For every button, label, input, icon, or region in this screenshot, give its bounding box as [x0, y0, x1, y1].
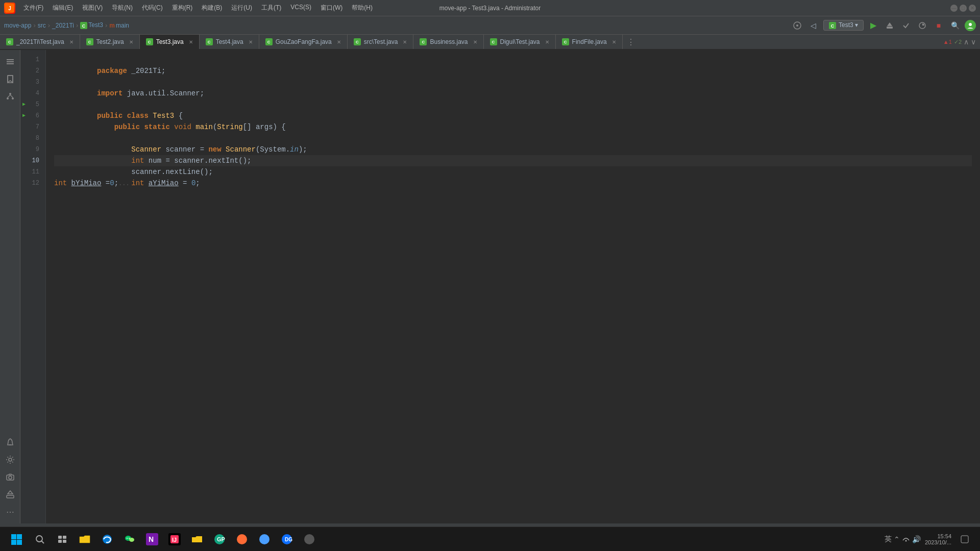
window-title: move-app - Test3.java - Administrator	[439, 5, 541, 12]
code-container: 1 2 3 4 ▶5 ▶6 7 8 9 10 11 12 package _20…	[20, 50, 980, 523]
clock-time: 15:54	[925, 533, 951, 539]
sidebar-notifications-icon[interactable]	[3, 435, 18, 450]
taskbar-left: N IJ GP DG	[6, 529, 318, 549]
navigate-down[interactable]: ∨	[971, 38, 976, 46]
back-button[interactable]: ◁	[807, 19, 820, 32]
breadcrumb-package[interactable]: _2021Ti	[52, 22, 74, 29]
tab-test2[interactable]: C Test2.java ✕	[80, 35, 140, 49]
breadcrumb-src[interactable]: src	[38, 22, 46, 29]
close-tab-6[interactable]: ✕	[473, 39, 477, 45]
menu-refactor[interactable]: 重构(R)	[168, 3, 197, 13]
close-tab-8[interactable]: ✕	[612, 39, 616, 45]
line-num-11: 11	[20, 166, 45, 178]
tab-test-java[interactable]: C _2021Ti\Test.java ✕	[0, 35, 80, 49]
build-button[interactable]	[883, 19, 896, 32]
clock-area[interactable]: 15:54 2023/10/...	[925, 533, 951, 545]
sidebar-settings-icon[interactable]	[3, 452, 18, 467]
tab-findfile[interactable]: C FindFile.java ✕	[556, 35, 623, 49]
menu-code[interactable]: 代码(C)	[138, 3, 167, 13]
taskbar-taskview[interactable]	[53, 530, 71, 548]
svg-rect-33	[11, 534, 16, 539]
taskbar-app4[interactable]	[300, 530, 318, 548]
tab-overflow[interactable]: ⋮	[623, 37, 639, 47]
close-tab-7[interactable]: ✕	[545, 39, 549, 45]
line-num-8: 8	[20, 133, 45, 144]
taskbar-search[interactable]	[31, 530, 49, 548]
taskbar-app3[interactable]: DG	[278, 530, 296, 548]
taskbar-onenote[interactable]: N	[143, 530, 161, 548]
svg-point-18	[7, 97, 9, 99]
close-tab-4[interactable]: ✕	[337, 39, 341, 45]
run-arrow-6: ▶	[22, 110, 26, 121]
tab-bar: C _2021Ti\Test.java ✕ C Test2.java ✕ C T…	[0, 35, 980, 50]
line-num-10: 10	[20, 155, 45, 166]
clock-date: 2023/10/...	[925, 539, 951, 545]
svg-text:DG: DG	[285, 537, 292, 542]
tab-business[interactable]: C Business.java ✕	[413, 35, 483, 49]
close-tab-1[interactable]: ✕	[129, 39, 133, 45]
svg-point-47	[129, 538, 130, 539]
close-tab-5[interactable]: ✕	[403, 39, 407, 45]
coverage-button[interactable]	[899, 19, 913, 32]
notification-center[interactable]	[955, 530, 974, 548]
taskbar-edge[interactable]	[98, 530, 116, 548]
menu-edit[interactable]: 编辑(E)	[48, 3, 77, 13]
tab-test4[interactable]: C Test4.java ✕	[200, 35, 259, 49]
sidebar-bookmark-icon[interactable]	[3, 71, 18, 87]
close-button[interactable]: ✕	[969, 5, 976, 12]
sidebar-expand-icon[interactable]: ⋯	[3, 504, 18, 519]
git-button[interactable]	[791, 19, 804, 32]
run-button[interactable]: ▶	[867, 19, 880, 32]
menu-window[interactable]: 窗口(W)	[316, 3, 347, 13]
breadcrumb-project[interactable]: move-app	[4, 22, 31, 29]
taskbar-intellij[interactable]: IJ	[165, 530, 184, 548]
code-content[interactable]: package _2021Ti; import java.util.Scanne…	[46, 50, 980, 523]
close-tab-3[interactable]: ✕	[249, 39, 253, 45]
tray-volume[interactable]: 🔊	[912, 535, 921, 543]
tray-up[interactable]: ⌃	[894, 535, 900, 543]
maximize-button[interactable]: □	[960, 5, 967, 12]
taskbar-app1[interactable]	[233, 530, 251, 548]
line-num-1: 1	[20, 54, 45, 65]
tab-src-test[interactable]: C src\Test.java ✕	[348, 35, 414, 49]
menu-tools[interactable]: 工具(T)	[257, 3, 285, 13]
menu-view[interactable]: 视图(V)	[78, 3, 107, 13]
breadcrumb-class[interactable]: CTest3	[80, 21, 103, 29]
menu-file[interactable]: 文件(F)	[19, 3, 47, 13]
start-button[interactable]	[6, 529, 27, 549]
sidebar-structure-icon[interactable]	[3, 89, 18, 104]
tray-keyboard[interactable]: 英	[885, 535, 892, 544]
profile-button[interactable]	[916, 19, 929, 32]
navigate-up[interactable]: ∧	[964, 38, 969, 46]
breadcrumb-method[interactable]: mmain	[109, 22, 129, 29]
sidebar-camera-icon[interactable]	[3, 469, 18, 485]
taskbar-folder[interactable]	[188, 530, 206, 548]
menu-build[interactable]: 构建(B)	[198, 3, 226, 13]
tab-test3[interactable]: C Test3.java ✕	[140, 35, 200, 49]
close-tab-2[interactable]: ✕	[189, 39, 193, 45]
sidebar-project-icon[interactable]	[3, 54, 18, 69]
tab-digui-test[interactable]: C Digui\Test.java ✕	[484, 35, 556, 49]
search-button[interactable]: 🔍	[948, 19, 962, 32]
tray-network[interactable]	[902, 534, 910, 544]
stop-button[interactable]: ■	[932, 19, 945, 32]
user-avatar[interactable]	[965, 20, 976, 31]
menu-help[interactable]: 帮助(H)	[348, 3, 377, 13]
svg-point-23	[9, 458, 12, 461]
sidebar-deploy-icon[interactable]	[3, 487, 18, 502]
close-tab-0[interactable]: ✕	[69, 39, 74, 45]
tab-gouzaofangfa[interactable]: C GouZaoFangFa.java ✕	[259, 35, 348, 49]
run-config-dropdown[interactable]: C Test3 ▾	[823, 20, 864, 31]
menu-run[interactable]: 运行(U)	[227, 3, 256, 13]
code-line-5: public class Test3 {	[54, 99, 972, 110]
svg-point-60	[905, 540, 907, 542]
taskbar-app2[interactable]	[255, 530, 274, 548]
svg-point-37	[36, 536, 42, 542]
minimize-button[interactable]: —	[950, 5, 958, 12]
menu-navigate[interactable]: 导航(N)	[108, 3, 137, 13]
line-numbers: 1 2 3 4 ▶5 ▶6 7 8 9 10 11 12	[20, 50, 46, 523]
taskbar-explorer[interactable]	[76, 530, 94, 548]
taskbar-chatgpt[interactable]: GP	[210, 530, 229, 548]
taskbar-wechat[interactable]	[120, 530, 139, 548]
menu-vcs[interactable]: VCS(S)	[286, 3, 315, 13]
